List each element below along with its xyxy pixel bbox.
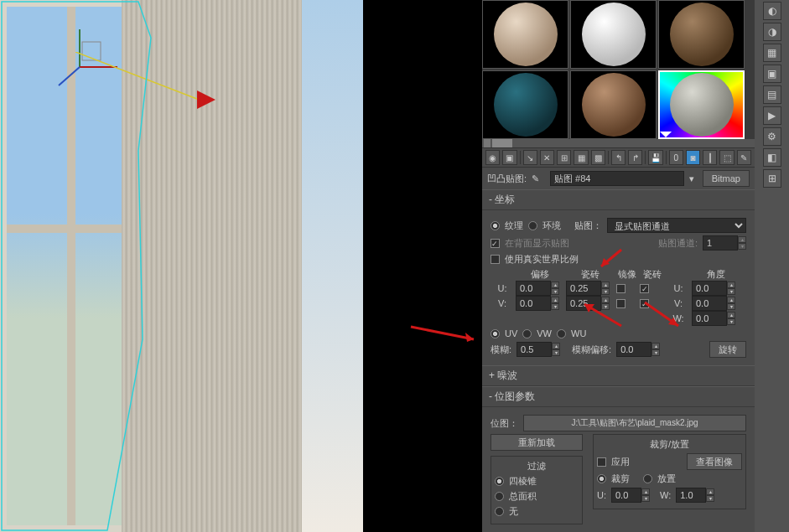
options-icon[interactable]: ⚙ [763, 127, 781, 146]
opt4-icon[interactable]: ✎ [737, 150, 751, 165]
mirror-hdr: 镜像 [616, 268, 638, 281]
offset-hdr: 偏移 [516, 268, 564, 281]
material-sidebar: ◐ ◑ ▦ ▣ ▤ ▶ ⚙ ◧ ⊞ [755, 0, 789, 532]
mapping-dropdown[interactable]: 显式贴图通道 [607, 218, 746, 233]
angle-hdr: 角度 [692, 268, 740, 281]
environment-label: 环境 [542, 220, 561, 232]
summed-radio[interactable] [495, 492, 504, 501]
map-name-row: 凹凸贴图: ✎ ▾ Bitmap [482, 168, 755, 189]
material-slot[interactable] [570, 0, 657, 69]
select-by-icon[interactable]: ◧ [763, 148, 781, 167]
apply-label: 应用 [611, 456, 630, 468]
copy-icon[interactable]: ⊞ [557, 150, 571, 165]
blur-input[interactable] [516, 342, 552, 357]
uv-radio[interactable] [491, 329, 500, 338]
material-slot[interactable] [482, 0, 568, 69]
material-editor-panel: ◉ ▣ ↘ ✕ ⊞ ▦ ▩ ↰ ↱ 💾 0 ◙ ┃ ⬚ ✎ 凹凸贴图: ✎ ▾ … [482, 0, 755, 532]
u-tile-check[interactable] [640, 284, 649, 293]
parent-icon[interactable]: ↰ [611, 150, 625, 165]
spin-down-icon[interactable]: ▾ [738, 243, 746, 250]
blur-offset-label: 模糊偏移: [572, 343, 611, 356]
save-icon[interactable]: 💾 [648, 150, 662, 165]
opt2-icon[interactable]: ┃ [703, 150, 717, 165]
sibling-icon[interactable]: ↱ [628, 150, 642, 165]
v-label: V: [491, 298, 514, 308]
v-angle-input[interactable] [692, 296, 727, 311]
crop-place-label: 裁剪/放置 [597, 438, 742, 451]
wu-radio[interactable] [557, 329, 566, 338]
v-offset-input[interactable] [516, 296, 551, 311]
opt3-icon[interactable]: ⬚ [719, 150, 734, 165]
vw-radio[interactable] [522, 329, 532, 338]
rollout-header-noise[interactable]: + 噪波 [482, 365, 755, 386]
get-material-icon[interactable]: ◉ [485, 150, 500, 165]
viewport-camera[interactable] [0, 0, 363, 532]
opt1-icon[interactable]: ◙ [686, 150, 700, 165]
material-slot[interactable] [570, 70, 657, 139]
texture-radio[interactable] [491, 221, 500, 230]
show-result-icon[interactable]: ▩ [591, 150, 605, 165]
place-radio[interactable] [643, 474, 652, 483]
material-slot[interactable] [482, 70, 568, 139]
view-image-button[interactable]: 查看图像 [687, 453, 742, 470]
spin-up-icon[interactable]: ▴ [738, 236, 746, 243]
channel-label: 贴图通道: [658, 237, 698, 250]
blur-offset-input[interactable] [616, 342, 651, 357]
backlight-icon[interactable]: ◑ [763, 23, 781, 41]
material-slot[interactable] [658, 0, 745, 69]
crop-w-input[interactable] [676, 488, 706, 503]
u-angle-input[interactable] [692, 281, 727, 296]
rotate-button[interactable]: 旋转 [709, 341, 746, 358]
summed-label: 总面积 [509, 490, 537, 503]
material-slot-selected[interactable] [658, 70, 745, 139]
wu-label: WU [571, 328, 586, 338]
crop-u-label: U: [597, 490, 606, 500]
environment-radio[interactable] [528, 221, 537, 230]
assign-icon[interactable]: ↘ [523, 150, 537, 165]
swatch-scrollbar[interactable] [482, 139, 755, 147]
reload-button[interactable]: 重新加载 [491, 434, 583, 451]
crop-u-input[interactable] [611, 488, 641, 503]
none-radio[interactable] [495, 507, 504, 516]
u-angle-label: U: [667, 283, 690, 293]
rollout-header-coords[interactable]: - 坐标 [482, 189, 755, 210]
texture-label: 纹理 [505, 220, 523, 232]
video-check-icon[interactable]: ▤ [763, 85, 781, 104]
viewport-dark[interactable] [363, 0, 482, 532]
map-slot-label: 凹凸贴图: [487, 173, 527, 185]
sample-type-icon[interactable]: ◐ [763, 2, 781, 20]
bitmap-path-button[interactable]: J:\工具\贴图\布艺\plaid_mask2.jpg [523, 415, 746, 431]
annotation-arrow [596, 248, 626, 270]
reset-icon[interactable]: ✕ [540, 150, 554, 165]
background-icon[interactable]: ▦ [763, 44, 781, 62]
dropdown-icon[interactable]: ▾ [689, 173, 698, 184]
crop-radio[interactable] [597, 474, 606, 483]
rollout-header-bitmap[interactable]: - 位图参数 [482, 386, 755, 407]
crop-label: 裁剪 [611, 473, 630, 485]
svg-marker-6 [465, 333, 474, 342]
blur-label: 模糊: [491, 343, 511, 356]
apply-check[interactable] [597, 457, 606, 467]
w-angle-input[interactable] [692, 311, 727, 326]
tile-hdr: 瓷砖 [640, 268, 665, 281]
scroll-left-icon[interactable] [484, 139, 491, 147]
u-offset-input[interactable] [516, 281, 551, 296]
u-mirror-check[interactable] [616, 284, 625, 293]
u-tiling-input[interactable] [566, 281, 601, 296]
preview-icon[interactable]: ▶ [763, 106, 781, 125]
vw-label: VW [537, 328, 552, 338]
pyramid-radio[interactable] [495, 477, 504, 486]
pick-icon[interactable]: ✎ [532, 173, 545, 184]
bitmap-path-label: 位图： [491, 417, 518, 430]
channel-input[interactable] [703, 235, 738, 251]
navigator-icon[interactable]: ⊞ [763, 169, 781, 188]
real-world-check[interactable] [491, 255, 500, 264]
sample-uv-icon[interactable]: ▣ [763, 65, 781, 83]
map-type-button[interactable]: Bitmap [703, 170, 750, 187]
scroll-thumb[interactable] [492, 139, 512, 147]
material-swatches [482, 0, 755, 139]
show-map-icon[interactable]: ▦ [574, 150, 588, 165]
put-material-icon[interactable]: ▣ [502, 150, 516, 165]
opt0-icon[interactable]: 0 [669, 150, 683, 165]
map-name-input[interactable] [550, 171, 684, 186]
